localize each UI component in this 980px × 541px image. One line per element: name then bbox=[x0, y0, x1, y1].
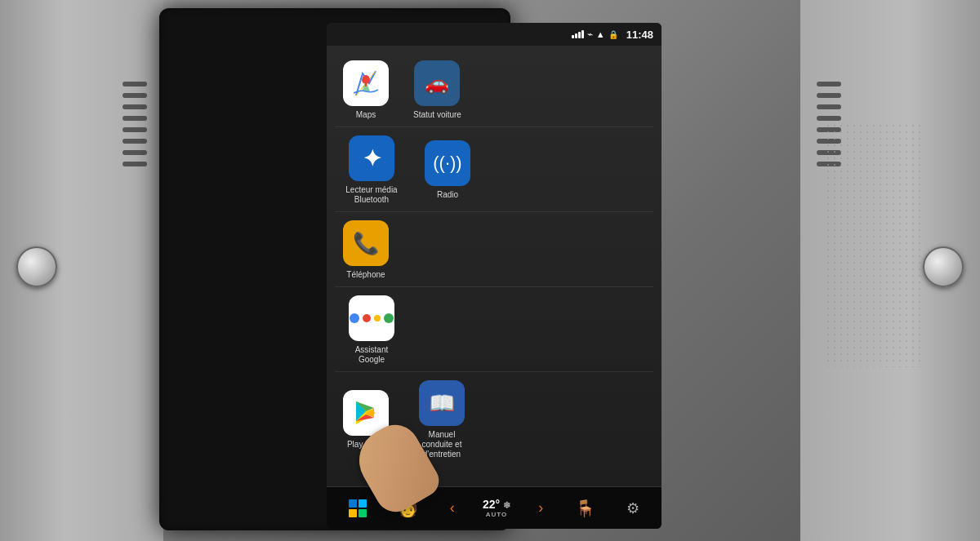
temperature-display: 22° ❄ AUTO bbox=[483, 498, 510, 518]
app-row-3: 📞 Téléphone bbox=[335, 214, 653, 287]
vent-slat bbox=[122, 104, 147, 109]
bluetooth-label: Lecteur média Bluetooth bbox=[343, 185, 400, 205]
car-symbol: 🚗 bbox=[425, 72, 449, 95]
vent-slat bbox=[122, 93, 147, 98]
vent-slat bbox=[817, 116, 841, 121]
vent-slat bbox=[817, 82, 841, 86]
bluetooth-status-icon: ⌁ bbox=[587, 29, 593, 40]
status-bar: ⌁ ▲ 🔒 11:48 bbox=[327, 23, 662, 46]
left-vent-slats bbox=[122, 82, 147, 326]
playstore-icon-svg bbox=[350, 397, 382, 429]
navigation-icon: ▲ bbox=[596, 29, 605, 39]
vent-slat bbox=[817, 104, 841, 109]
dot-grid-decoration bbox=[825, 122, 923, 367]
signal-icon bbox=[572, 30, 584, 38]
telephone-icon: 📞 bbox=[343, 220, 389, 266]
radio-icon: ((·)) bbox=[425, 140, 470, 186]
telephone-label: Téléphone bbox=[346, 270, 385, 280]
right-knob[interactable] bbox=[923, 246, 964, 287]
vent-slat bbox=[122, 127, 147, 132]
app-row-1: Maps 🚗 Statut voiture bbox=[335, 54, 653, 127]
app-maps[interactable]: Maps bbox=[343, 60, 389, 120]
vent-slat bbox=[817, 93, 841, 98]
assistant-icon bbox=[349, 295, 394, 341]
win-tl bbox=[349, 499, 357, 508]
temperature-value: 22° ❄ bbox=[483, 498, 510, 511]
lock-icon: 🔒 bbox=[608, 30, 618, 39]
auto-label: AUTO bbox=[486, 511, 508, 518]
assistant-label: Assistant Google bbox=[343, 345, 400, 365]
status-time: 11:48 bbox=[626, 29, 653, 41]
app-grid: Maps 🚗 Statut voiture ✦ Lecteur média Bl… bbox=[327, 46, 662, 486]
bluetooth-symbol: ✦ bbox=[363, 145, 381, 172]
win-br bbox=[359, 509, 367, 517]
vent-slat bbox=[122, 162, 147, 166]
passenger-icon: 🪑 bbox=[575, 499, 595, 518]
statut-label: Statut voiture bbox=[413, 110, 461, 120]
app-row-4: Assistant Google bbox=[335, 289, 653, 372]
bluetooth-icon: ✦ bbox=[349, 135, 394, 181]
maps-label: Maps bbox=[356, 110, 376, 120]
screen-bezel: ⌁ ▲ 🔒 11:48 bbox=[159, 8, 510, 530]
win-bl bbox=[349, 509, 357, 517]
temp-number: 22° bbox=[483, 498, 500, 511]
app-row-2: ✦ Lecteur média Bluetooth ((·)) Radio bbox=[335, 129, 653, 212]
radio-symbol: ((·)) bbox=[433, 153, 461, 174]
dot-yellow bbox=[374, 315, 381, 321]
settings-button[interactable]: ⚙ bbox=[623, 496, 643, 521]
fan-icon: ❄ bbox=[503, 500, 510, 510]
dot-green bbox=[384, 313, 394, 323]
manuel-icon: 📖 bbox=[419, 380, 465, 426]
app-bluetooth[interactable]: ✦ Lecteur média Bluetooth bbox=[343, 135, 400, 205]
book-symbol: 📖 bbox=[429, 391, 455, 416]
app-radio[interactable]: ((·)) Radio bbox=[425, 140, 470, 200]
forward-button[interactable]: › bbox=[535, 496, 546, 520]
left-knob[interactable] bbox=[16, 246, 57, 287]
svg-point-2 bbox=[363, 75, 369, 82]
vent-slat bbox=[122, 116, 147, 121]
passenger-button[interactable]: 🪑 bbox=[572, 495, 599, 521]
radio-label: Radio bbox=[437, 190, 458, 200]
maps-icon bbox=[343, 60, 389, 106]
phone-symbol: 📞 bbox=[353, 231, 379, 256]
app-statut-voiture[interactable]: 🚗 Statut voiture bbox=[413, 60, 461, 120]
forward-arrow-icon: › bbox=[538, 499, 543, 517]
right-side-panel bbox=[800, 0, 980, 541]
app-assistant[interactable]: Assistant Google bbox=[343, 295, 400, 365]
vent-slat bbox=[122, 82, 147, 86]
app-telephone[interactable]: 📞 Téléphone bbox=[343, 220, 389, 280]
gear-icon: ⚙ bbox=[626, 499, 639, 517]
statut-icon: 🚗 bbox=[414, 60, 460, 106]
dot-blue bbox=[350, 313, 359, 323]
back-arrow-icon: ‹ bbox=[450, 499, 455, 517]
windows-icon bbox=[349, 499, 367, 517]
home-button[interactable] bbox=[345, 496, 370, 521]
assistant-dots bbox=[350, 313, 394, 323]
vent-slat bbox=[122, 150, 147, 155]
back-button[interactable]: ‹ bbox=[447, 496, 458, 520]
maps-icon-svg bbox=[350, 67, 382, 100]
left-vent-area bbox=[0, 0, 163, 541]
status-icons: ⌁ ▲ 🔒 11:48 bbox=[572, 29, 653, 41]
dot-red bbox=[363, 314, 371, 322]
vent-slat bbox=[122, 139, 147, 144]
win-tr bbox=[359, 499, 367, 508]
